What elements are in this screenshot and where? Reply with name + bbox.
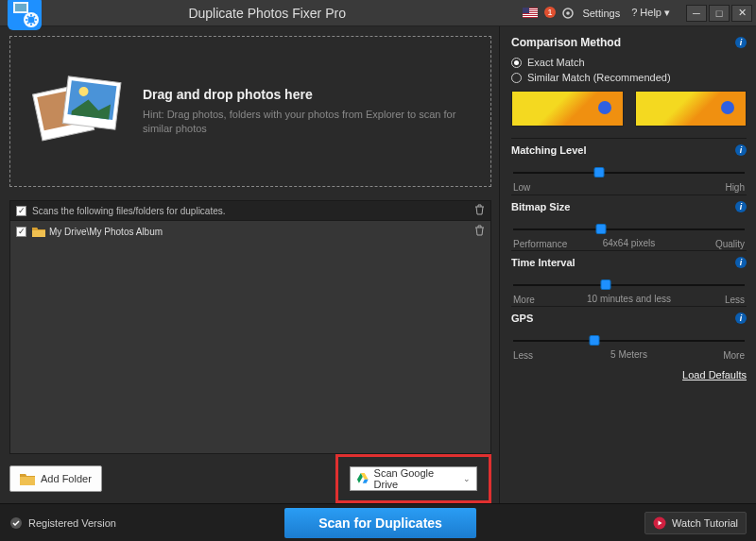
maximize-button[interactable]: □ (709, 5, 730, 22)
titlebar-right: 1 Settings ? Help ▾ ─ □ ✕ (523, 5, 752, 22)
highlight-box: Scan Google Drive ⌄ (335, 454, 491, 503)
slider-thumb[interactable] (596, 224, 607, 234)
photos-stack-icon (25, 64, 129, 159)
select-all-checkbox[interactable] (16, 206, 26, 216)
registered-status: Registered Version (9, 516, 116, 530)
bitmap-size-slider[interactable] (513, 222, 745, 237)
close-button[interactable]: ✕ (731, 5, 752, 22)
scan-google-drive-dropdown[interactable]: Scan Google Drive ⌄ (350, 466, 477, 491)
list-item[interactable]: My Drive\My Photos Album (10, 221, 490, 242)
svg-point-4 (28, 16, 35, 23)
folder-icon (32, 226, 45, 237)
bitmap-size-title: Bitmap Size (511, 201, 570, 212)
svg-rect-2 (15, 4, 26, 11)
settings-gear-icon[interactable] (562, 8, 574, 19)
chevron-down-icon: ▾ (664, 7, 670, 18)
info-icon[interactable]: i (735, 144, 747, 156)
load-defaults-link[interactable]: Load Defaults (682, 369, 747, 380)
scan-list: Scans the following files/folders for du… (9, 200, 491, 454)
gps-title: GPS (511, 313, 533, 324)
matching-level-title: Matching Level (511, 144, 586, 156)
info-icon[interactable]: i (735, 313, 747, 324)
watch-tutorial-button[interactable]: Watch Tutorial (644, 512, 747, 534)
app-logo-icon (6, 0, 43, 32)
similar-match-radio[interactable]: Similar Match (Recommended) (511, 72, 747, 83)
add-folder-label: Add Folder (41, 473, 92, 484)
help-link[interactable]: ? Help ▾ (628, 5, 673, 21)
svg-rect-11 (523, 8, 529, 13)
exact-match-radio[interactable]: Exact Match (511, 57, 747, 68)
sample-thumb (511, 91, 624, 127)
time-interval-title: Time Interval (511, 257, 576, 268)
remove-item-button[interactable] (474, 225, 485, 238)
info-icon[interactable]: i (735, 37, 747, 48)
dropzone-hint: Hint: Drag photos, folders with your pho… (143, 108, 476, 137)
scan-for-duplicates-button[interactable]: Scan for Duplicates (284, 508, 476, 538)
time-interval-slider[interactable] (513, 278, 745, 293)
gps-slider[interactable] (513, 333, 745, 348)
settings-link[interactable]: Settings (579, 6, 623, 21)
svg-point-15 (567, 11, 571, 15)
info-icon[interactable]: i (735, 201, 747, 212)
right-panel: Comparison Method i Exact Match Similar … (499, 26, 756, 503)
slider-thumb[interactable] (589, 335, 599, 346)
chevron-down-icon: ⌄ (463, 474, 471, 483)
notification-badge-icon[interactable]: 1 (543, 6, 557, 21)
titlebar: Duplicate Photos Fixer Pro 1 Settings ? … (0, 0, 756, 26)
check-circle-icon (9, 516, 23, 530)
dropzone-text: Drag and drop photos here Hint: Drag pho… (143, 87, 476, 137)
clear-all-button[interactable] (474, 204, 485, 217)
google-drive-icon (356, 473, 369, 484)
svg-rect-9 (523, 14, 538, 15)
folder-icon (20, 472, 35, 485)
item-checkbox[interactable] (16, 227, 26, 237)
info-icon[interactable]: i (735, 257, 747, 268)
comparison-method-title: Comparison Method i (511, 36, 747, 49)
item-path: My Drive\My Photos Album (49, 227, 163, 237)
scan-list-header-label: Scans the following files/folders for du… (32, 206, 226, 216)
svg-text:1: 1 (548, 8, 553, 17)
minimize-button[interactable]: ─ (686, 5, 707, 22)
comparison-thumbnails (511, 91, 747, 127)
app-title: Duplicate Photos Fixer Pro (11, 6, 523, 21)
scan-gdrive-label: Scan Google Drive (374, 467, 458, 490)
footer: Registered Version Scan for Duplicates W… (0, 503, 756, 541)
language-flag-icon[interactable] (523, 8, 538, 18)
sample-thumb (635, 91, 747, 127)
scan-list-header: Scans the following files/folders for du… (9, 200, 491, 221)
scan-list-body: My Drive\My Photos Album (9, 221, 491, 454)
content: Drag and drop photos here Hint: Drag pho… (0, 26, 756, 503)
slider-thumb[interactable] (593, 167, 604, 178)
radio-icon (511, 73, 522, 83)
play-icon (653, 516, 666, 530)
slider-thumb[interactable] (601, 279, 611, 290)
left-bottom-row: Add Folder Scan Google Drive ⌄ (9, 454, 491, 503)
matching-level-slider[interactable] (513, 165, 745, 180)
svg-rect-10 (523, 16, 538, 17)
radio-icon (511, 58, 522, 68)
add-folder-button[interactable]: Add Folder (9, 465, 102, 492)
dropzone[interactable]: Drag and drop photos here Hint: Drag pho… (9, 36, 491, 187)
left-panel: Drag and drop photos here Hint: Drag pho… (0, 26, 499, 503)
dropzone-heading: Drag and drop photos here (143, 87, 476, 102)
